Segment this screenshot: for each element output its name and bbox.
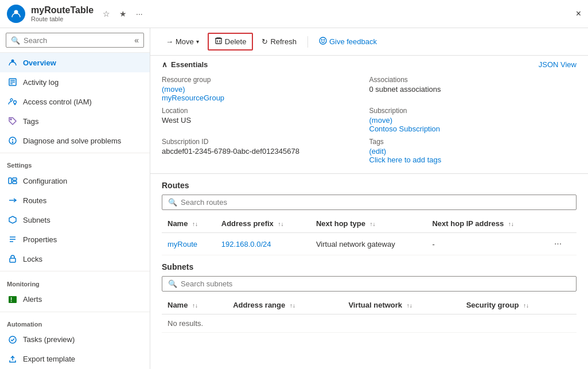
subnets-range-sort-icon[interactable]: ↑↓ <box>290 302 295 309</box>
svg-marker-17 <box>9 216 16 223</box>
json-view-link[interactable]: JSON View <box>539 60 577 69</box>
subnets-name-sort-icon[interactable]: ↑↓ <box>192 302 198 309</box>
routes-hopip-sort-icon[interactable]: ↑↓ <box>508 221 514 227</box>
routes-search-box: 🔍 <box>162 195 577 210</box>
refresh-label: Refresh <box>270 37 297 46</box>
sidebar-item-access-control[interactable]: Access control (IAM) <box>0 92 150 111</box>
route-name-link[interactable]: myRoute <box>168 240 197 248</box>
activity-log-icon <box>7 76 18 88</box>
sidebar-item-tags-label: Tags <box>23 117 38 126</box>
refresh-icon: ↻ <box>262 37 268 46</box>
sidebar-item-tasks[interactable]: Tasks (preview) <box>0 330 150 349</box>
pin-icon[interactable]: ☆ <box>100 8 112 20</box>
routes-col-actions <box>546 215 577 233</box>
sidebar-item-overview[interactable]: Overview <box>0 53 150 72</box>
location-label: Location <box>162 107 369 115</box>
tags-edit-link[interactable]: (edit) <box>369 147 387 156</box>
delete-label: Delete <box>225 37 247 46</box>
delete-button[interactable]: Delete <box>208 33 254 51</box>
essentials-resource-group: Resource group (move) myResourceGroup <box>162 73 369 104</box>
overview-icon <box>7 57 18 68</box>
sidebar-item-configuration[interactable]: Configuration <box>0 171 150 191</box>
more-icon[interactable]: ··· <box>134 8 145 20</box>
sidebar-item-alerts[interactable]: ! Alerts <box>0 290 150 309</box>
sidebar-item-properties-label: Properties <box>23 235 57 244</box>
routes-col-hop-ip[interactable]: Next hop IP address ↑↓ <box>426 215 546 233</box>
move-icon: → <box>166 37 173 46</box>
move-button[interactable]: → Move ▾ <box>159 34 205 49</box>
subnets-security-sort-icon[interactable]: ↑↓ <box>523 302 529 309</box>
title-text-group: myRouteTable Route table <box>31 5 94 22</box>
refresh-button[interactable]: ↻ Refresh <box>255 34 303 49</box>
favorite-icon[interactable]: ★ <box>117 8 129 20</box>
subscription-name-link[interactable]: Contoso Subscription <box>369 125 441 133</box>
resource-group-name-link[interactable]: myResourceGroup <box>162 94 224 102</box>
search-input[interactable] <box>24 36 134 45</box>
subscription-move-link[interactable]: (move) <box>369 116 392 125</box>
sidebar-item-tags[interactable]: Tags <box>0 111 150 131</box>
routes-col-name[interactable]: Name ↑↓ <box>162 215 216 233</box>
sidebar-item-routes[interactable]: Routes <box>0 191 150 210</box>
svg-point-13 <box>12 142 13 142</box>
sidebar-item-activity-log[interactable]: Activity log <box>0 72 150 92</box>
routes-section: Routes 🔍 Name ↑↓ Address prefix ↑↓ <box>150 174 588 262</box>
sidebar-item-activity-label: Activity log <box>23 78 59 87</box>
resource-group-move-link[interactable]: (move) <box>162 85 185 94</box>
sidebar-item-configuration-label: Configuration <box>23 177 67 185</box>
tags-icon <box>7 115 18 127</box>
alerts-icon: ! <box>7 294 18 305</box>
sidebar-item-routes-label: Routes <box>23 196 46 205</box>
svg-point-10 <box>10 119 11 120</box>
subnets-col-range[interactable]: Address range ↑↓ <box>227 296 342 314</box>
subnets-col-security[interactable]: Security group ↑↓ <box>461 296 577 314</box>
subnets-col-vnet[interactable]: Virtual network ↑↓ <box>342 296 460 314</box>
subnets-no-results-row: No results. <box>162 314 577 333</box>
content-area: → Move ▾ Delete ↻ Refresh Give feedback <box>150 28 588 369</box>
sidebar-item-access-label: Access control (IAM) <box>23 98 92 106</box>
locks-icon <box>7 253 18 265</box>
configuration-icon <box>7 175 18 187</box>
svg-rect-14 <box>9 178 11 184</box>
essentials-subscription: Subscription (move) Contoso Subscription <box>369 104 577 135</box>
sidebar-collapse-button[interactable]: « <box>134 36 139 45</box>
routes-table: Name ↑↓ Address prefix ↑↓ Next hop type … <box>162 215 577 255</box>
svg-rect-21 <box>10 258 15 262</box>
route-hoptype-cell: Virtual network gateway <box>310 233 427 255</box>
sidebar-item-locks[interactable]: Locks <box>0 249 150 269</box>
sidebar: 🔍 « Overview Activity log Access control… <box>0 28 150 369</box>
feedback-button[interactable]: Give feedback <box>313 33 383 50</box>
subnets-vnet-sort-icon[interactable]: ↑↓ <box>407 302 412 309</box>
routes-search-input[interactable] <box>181 198 570 207</box>
routes-address-sort-icon[interactable]: ↑↓ <box>278 221 283 227</box>
tags-add-link[interactable]: Click here to add tags <box>369 156 442 164</box>
route-hopip-cell: - <box>426 233 546 255</box>
subscription-id-label: Subscription ID <box>162 138 369 146</box>
subnets-search-input[interactable] <box>181 279 570 288</box>
search-icon: 🔍 <box>11 36 20 45</box>
sidebar-item-export-label: Export template <box>23 355 75 363</box>
resource-group-label: Resource group <box>162 76 369 84</box>
sidebar-item-diagnose[interactable]: Diagnose and solve problems <box>0 131 150 150</box>
essentials-collapse-icon[interactable]: ∧ <box>162 60 168 69</box>
sidebar-item-properties[interactable]: Properties <box>0 230 150 249</box>
sidebar-item-subnets[interactable]: Subnets <box>0 210 150 230</box>
routes-col-address[interactable]: Address prefix ↑↓ <box>216 215 310 233</box>
route-address-cell: 192.168.0.0/24 <box>216 233 310 255</box>
essentials-tags: Tags (edit) Click here to add tags <box>369 135 577 166</box>
route-more-button[interactable]: ··· <box>552 238 564 250</box>
sidebar-item-export[interactable]: Export template <box>0 349 150 369</box>
subnets-col-name[interactable]: Name ↑↓ <box>162 296 227 314</box>
title-actions: ☆ ★ ··· <box>100 8 145 20</box>
associations-label: Associations <box>369 76 577 84</box>
svg-text:!: ! <box>10 297 12 303</box>
move-label: Move <box>176 37 194 46</box>
routes-col-hop-type[interactable]: Next hop type ↑↓ <box>310 215 427 233</box>
sidebar-item-tasks-label: Tasks (preview) <box>23 335 75 344</box>
location-value: West US <box>162 116 369 125</box>
close-button[interactable]: × <box>576 9 581 19</box>
essentials-grid: Resource group (move) myResourceGroup As… <box>162 73 577 173</box>
route-address-link[interactable]: 192.168.0.0/24 <box>221 240 271 248</box>
sidebar-search-area: 🔍 « <box>0 28 150 53</box>
routes-name-sort-icon[interactable]: ↑↓ <box>192 221 198 227</box>
routes-hoptype-sort-icon[interactable]: ↑↓ <box>370 221 376 227</box>
